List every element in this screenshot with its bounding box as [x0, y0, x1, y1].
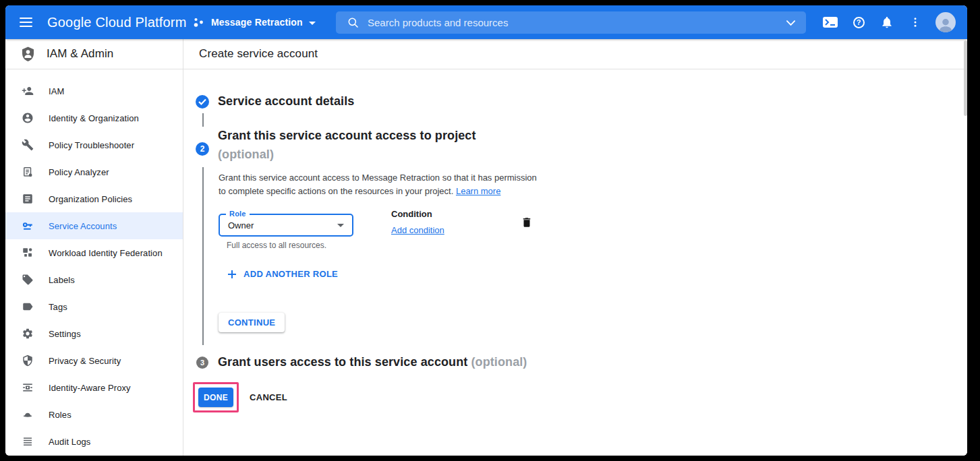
add-another-role-label: ADD ANOTHER ROLE [243, 269, 338, 279]
policy-analyzer-icon [22, 166, 34, 178]
step2-number-badge: 2 [196, 142, 209, 156]
sidebar-nav: IAM Identity & Organization Policy Troub… [5, 69, 183, 455]
search-input[interactable] [368, 17, 786, 28]
sidebar-item-label: Service Accounts [49, 221, 117, 231]
condition-label: Condition [391, 209, 432, 219]
search-expand-chevron-icon[interactable] [786, 20, 796, 26]
wrench-icon [22, 139, 34, 151]
workload-identity-icon [22, 247, 34, 259]
sidebar-item-iam[interactable]: IAM [5, 78, 183, 104]
sidebar: IAM & Admin IAM Identity & Organization [5, 39, 183, 456]
label-icon [22, 274, 34, 286]
main-panel: Create service account Service account d… [183, 39, 967, 456]
step-connector [202, 167, 204, 345]
project-selector-icon [192, 16, 205, 29]
delete-role-icon[interactable] [521, 216, 533, 229]
sidebar-item-identity-aware-proxy[interactable]: Identity-Aware Proxy [5, 374, 183, 401]
page-title: Create service account [199, 47, 318, 61]
menu-icon[interactable] [20, 18, 32, 27]
sidebar-item-label: IAM [49, 86, 64, 96]
sidebar-item-label: Roles [49, 410, 71, 420]
sidebar-item-tags[interactable]: Tags [5, 293, 183, 320]
roles-hat-icon [22, 408, 34, 421]
learn-more-link[interactable]: Learn more [456, 186, 500, 196]
sidebar-item-label: Identity & Organization [49, 113, 139, 123]
cancel-button[interactable]: CANCEL [250, 382, 287, 412]
step-connector [202, 113, 204, 127]
step2-heading: Grant this service account access to pro… [218, 126, 476, 164]
sidebar-item-label: Organization Policies [49, 194, 132, 204]
project-name: Message Retraction [211, 17, 303, 28]
help-icon[interactable]: ? [851, 14, 867, 30]
proxy-icon [22, 381, 34, 394]
role-helper-text: Full access to all resources. [227, 241, 326, 250]
shield-icon [22, 355, 34, 367]
step3-optional-label: (optional) [471, 355, 527, 369]
sidebar-item-label: Policy Troubleshooter [49, 140, 134, 150]
done-button-highlight-annotation: DONE [193, 382, 239, 412]
add-another-role-button[interactable]: ADD ANOTHER ROLE [227, 269, 338, 279]
search-bar [336, 11, 806, 34]
main-header: Create service account [183, 39, 967, 69]
sidebar-item-label: Tags [49, 302, 67, 312]
browser-viewport: Google Cloud Platform Message Retraction [5, 5, 967, 456]
sidebar-item-service-accounts[interactable]: Service Accounts [5, 212, 183, 239]
cloud-shell-icon[interactable] [822, 14, 838, 30]
sidebar-item-label: Privacy & Security [49, 356, 121, 366]
scrollbar[interactable] [964, 40, 967, 116]
step2-description: Grant this service account access to Mes… [219, 171, 537, 198]
step1-title: Service account details [218, 94, 354, 109]
chevron-down-icon [309, 22, 316, 25]
audit-logs-icon [22, 435, 34, 448]
plus-icon [227, 270, 237, 279]
sidebar-item-identity-organization[interactable]: Identity & Organization [5, 104, 183, 131]
tag-icon [22, 301, 34, 313]
sidebar-item-roles[interactable]: Roles [5, 401, 183, 428]
dropdown-caret-icon [337, 224, 344, 227]
sidebar-item-label: Audit Logs [49, 437, 90, 447]
person-add-icon [22, 85, 34, 97]
sidebar-item-labels[interactable]: Labels [5, 266, 183, 293]
step3-heading: Grant users access to this service accou… [218, 355, 527, 369]
step2-title: Grant this service account access to pro… [218, 126, 476, 145]
step3-title: Grant users access to this service accou… [218, 355, 467, 369]
step3-number-badge: 3 [196, 357, 208, 369]
more-vert-icon[interactable] [907, 14, 923, 30]
role-selected-value: Owner [228, 220, 254, 230]
step1-complete-check-icon [196, 95, 209, 109]
gear-icon [22, 328, 34, 340]
role-field-label: Role [226, 210, 250, 218]
sidebar-item-label: Identity-Aware Proxy [49, 383, 131, 393]
service-account-key-icon [22, 220, 34, 232]
account-circle-icon [22, 112, 34, 124]
sidebar-item-policy-troubleshooter[interactable]: Policy Troubleshooter [5, 131, 183, 158]
appbar-actions: ? [822, 5, 956, 39]
sidebar-item-label: Workload Identity Federation [49, 248, 163, 258]
sidebar-header: IAM & Admin [5, 39, 183, 69]
done-button[interactable]: DONE [198, 388, 233, 407]
iam-shield-icon [20, 46, 36, 63]
article-icon [22, 193, 34, 205]
project-selector[interactable]: Message Retraction [192, 5, 316, 39]
sidebar-item-privacy-security[interactable]: Privacy & Security [5, 347, 183, 374]
step2-optional-label: (optional) [218, 145, 476, 164]
role-select[interactable]: Role Owner [219, 214, 353, 237]
sidebar-item-workload-identity-federation[interactable]: Workload Identity Federation [5, 239, 183, 266]
sidebar-title: IAM & Admin [47, 47, 113, 61]
sidebar-item-policy-analyzer[interactable]: Policy Analyzer [5, 158, 183, 185]
continue-button[interactable]: CONTINUE [219, 313, 285, 332]
search-icon [347, 17, 359, 28]
sidebar-item-organization-policies[interactable]: Organization Policies [5, 185, 183, 212]
add-condition-link[interactable]: Add condition [391, 225, 444, 235]
sidebar-item-label: Policy Analyzer [49, 167, 109, 177]
notifications-icon[interactable] [879, 14, 895, 30]
brand-title: Google Cloud Platform [47, 5, 187, 39]
sidebar-item-label: Labels [49, 275, 75, 285]
sidebar-item-settings[interactable]: Settings [5, 320, 183, 347]
sidebar-item-label: Settings [49, 329, 81, 339]
app-header: Google Cloud Platform Message Retraction [5, 5, 967, 39]
avatar[interactable] [935, 12, 956, 32]
create-service-account-form: Service account details 2 Grant this ser… [183, 69, 967, 456]
sidebar-item-audit-logs[interactable]: Audit Logs [5, 428, 183, 455]
